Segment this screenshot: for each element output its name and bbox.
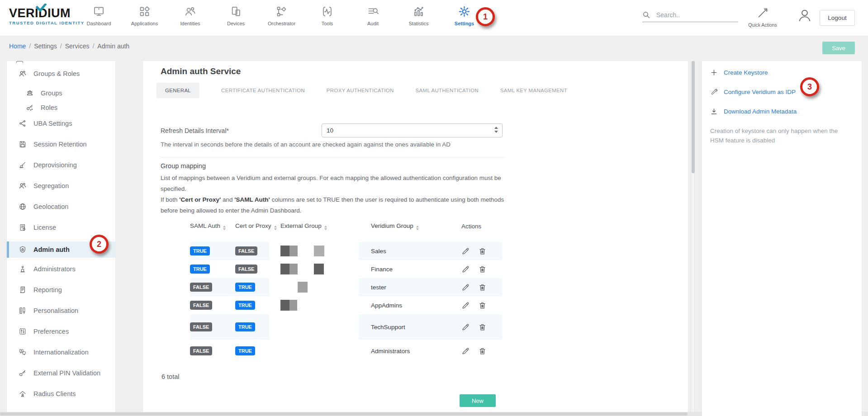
- sort-icon[interactable]: [324, 226, 327, 230]
- sort-icon[interactable]: [223, 226, 226, 230]
- sidebar-item-reporting[interactable]: Reporting: [7, 283, 115, 297]
- create-keystore-link[interactable]: Create Keystore: [710, 68, 854, 77]
- settings-icon: [458, 5, 470, 18]
- table-row: FALSE TRUE TechSupport: [190, 314, 502, 340]
- user-avatar-icon[interactable]: [797, 8, 812, 23]
- quick-actions-button[interactable]: Quick Actions: [744, 7, 781, 28]
- sidebar-item-session-retention[interactable]: Session Retention: [7, 137, 115, 151]
- saml-auth-badge: FALSE: [190, 301, 212, 310]
- devices-icon: [230, 5, 242, 18]
- edit-icon[interactable]: [461, 265, 470, 274]
- top-header: VERIDIUM TRUSTED DIGITAL IDENTITY Dashbo…: [0, 0, 868, 36]
- nav-item-dashboard[interactable]: Dashboard: [76, 4, 122, 32]
- dashboard-icon: [93, 5, 105, 18]
- redacted-text-block: [280, 264, 289, 274]
- breadcrumb-bar: Home/Settings/Services/Admin auth Save: [0, 36, 868, 57]
- search-icon[interactable]: [642, 11, 650, 19]
- column-header: Actions: [461, 223, 481, 230]
- sidebar-item-deprovisioning[interactable]: Deprovisioning: [7, 158, 115, 172]
- delete-icon[interactable]: [478, 323, 487, 331]
- tab-saml-key-management[interactable]: SAML KEY MANAGEMENT: [500, 83, 567, 98]
- table-row: TRUE FALSE Sales: [190, 242, 502, 260]
- edit-icon[interactable]: [461, 347, 470, 355]
- delete-icon[interactable]: [478, 247, 487, 255]
- nav-item-audit[interactable]: Audit: [350, 4, 396, 32]
- sidebar-item-segregation[interactable]: Segregation: [7, 179, 115, 193]
- sidebar-item-uba-settings[interactable]: UBA Settings: [7, 117, 115, 130]
- orchestrator-icon: [275, 5, 288, 18]
- applications-icon: [138, 5, 151, 18]
- sidebar-item-geolocation[interactable]: Geolocation: [7, 200, 115, 213]
- table-row: TRUE FALSE Finance: [190, 260, 502, 278]
- configure-veridium-as-idp-link[interactable]: Configure Veridium as IDP: [710, 87, 854, 96]
- external-group-cell: [280, 260, 371, 278]
- sidebar-item-preferences[interactable]: Preferences: [7, 325, 115, 338]
- sidebar-item-personalisation[interactable]: Personalisation: [7, 304, 115, 317]
- sidebar-item-internationalization[interactable]: Internationalization: [7, 345, 115, 359]
- breadcrumb-settings[interactable]: Settings: [34, 43, 57, 50]
- saml-auth-badge: FALSE: [190, 283, 212, 292]
- table-row: FALSE TRUE tester: [190, 278, 502, 296]
- cert-or-proxy-badge: TRUE: [235, 301, 255, 310]
- refresh-interval-input[interactable]: [322, 124, 502, 137]
- edit-icon[interactable]: [461, 247, 470, 255]
- logout-button[interactable]: Logout: [820, 10, 855, 26]
- wrench-icon: [710, 88, 718, 96]
- groups-roles-icon: [19, 70, 27, 78]
- nav-item-identities[interactable]: Identities: [167, 4, 213, 32]
- tab-saml-authentication[interactable]: SAML AUTHENTICATION: [416, 83, 479, 98]
- keystore-actions-panel: Create Keystore Configure Veridium as ID…: [702, 61, 862, 416]
- delete-icon[interactable]: [478, 347, 487, 355]
- table-header-row: SAML AuthCert or ProxyExternal GroupVeri…: [190, 219, 502, 233]
- sidebar-item-groups-roles[interactable]: Groups & Roles: [7, 67, 115, 80]
- group-mapping-note: If both 'Cert or Proxy' and 'SAML Auth' …: [161, 194, 511, 216]
- sidebar-item-license[interactable]: License: [7, 221, 115, 234]
- table-row: FALSE TRUE AppAdmins: [190, 296, 502, 314]
- sidebar-item-administrators[interactable]: Administrators: [7, 262, 115, 276]
- save-button[interactable]: Save: [822, 42, 855, 54]
- edit-icon[interactable]: [461, 323, 470, 331]
- plus-icon: [710, 69, 718, 76]
- redacted-text-block: [298, 282, 308, 293]
- tab-certificate-authentication[interactable]: CERTIFICATE AUTHENTICATION: [221, 83, 305, 98]
- stepper-arrows-icon[interactable]: [494, 127, 498, 133]
- vertical-scrollbar-thumb[interactable]: [692, 61, 695, 173]
- tab-general[interactable]: GENERAL: [157, 83, 199, 98]
- nav-item-tools[interactable]: Tools: [304, 4, 350, 32]
- delete-icon[interactable]: [478, 265, 487, 274]
- new-mapping-button[interactable]: New: [460, 394, 496, 407]
- sidebar-item-roles[interactable]: Roles: [7, 102, 115, 113]
- sidebar-item-external-pin-validation[interactable]: External PIN Validation: [7, 366, 115, 380]
- refresh-interval-help: The interval in seconds before the detai…: [161, 141, 451, 148]
- delete-icon[interactable]: [478, 283, 487, 292]
- nav-item-applications[interactable]: Applications: [122, 4, 167, 32]
- sidebar-item-radius-clients[interactable]: Radius Clients: [7, 387, 115, 401]
- search-input[interactable]: [656, 11, 733, 19]
- delete-icon[interactable]: [478, 301, 487, 310]
- nav-item-statistics[interactable]: Statistics: [396, 4, 441, 32]
- saml-auth-badge: TRUE: [190, 265, 210, 274]
- external-group-cell: [280, 242, 371, 260]
- saml-auth-badge: FALSE: [190, 346, 212, 355]
- redacted-text-block: [314, 246, 324, 256]
- column-header: External Group: [280, 222, 322, 229]
- download-admin-metadata-link[interactable]: Download Admin Metadata: [710, 107, 854, 116]
- cert-or-proxy-badge: TRUE: [235, 322, 255, 331]
- sidebar-item-groups[interactable]: Groups: [7, 88, 115, 99]
- edit-icon[interactable]: [461, 283, 470, 292]
- vertical-scrollbar[interactable]: [691, 61, 695, 416]
- nav-item-orchestrator[interactable]: Orchestrator: [259, 4, 304, 32]
- admin-auth-icon: [19, 246, 27, 254]
- edit-icon[interactable]: [461, 301, 470, 310]
- nav-item-devices[interactable]: Devices: [213, 4, 259, 32]
- sort-icon[interactable]: [416, 226, 419, 230]
- tab-proxy-authentication[interactable]: PROXY AUTHENTICATION: [327, 83, 394, 98]
- external-group-cell: [280, 340, 371, 362]
- sort-icon[interactable]: [274, 226, 277, 230]
- breadcrumb-services[interactable]: Services: [65, 43, 90, 50]
- horizontal-scrollbar-thumb[interactable]: [0, 412, 688, 416]
- breadcrumb-home[interactable]: Home: [9, 43, 26, 50]
- external-group-cell: [280, 314, 371, 340]
- table-total-count: 6 total: [161, 373, 180, 380]
- redacted-text-block: [280, 246, 289, 256]
